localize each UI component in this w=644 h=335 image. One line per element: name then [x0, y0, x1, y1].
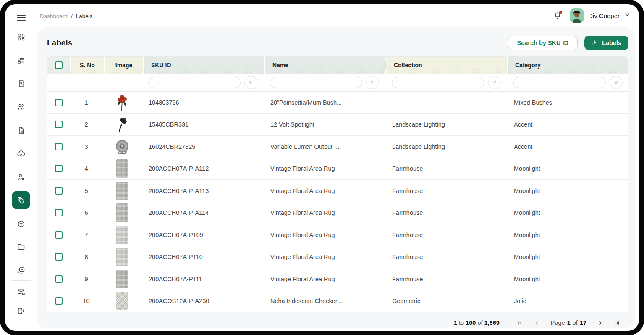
table-row: 5 200ACCH07A-P-A113 Vintage Floral Area … [47, 180, 628, 202]
product-image [115, 93, 129, 112]
table-header: S. No Image SKU ID Name Collection Categ… [47, 57, 628, 74]
category: Accent [506, 114, 628, 136]
breadcrumb-dashboard[interactable]: Dashboard [40, 13, 68, 19]
collection-filter-input[interactable] [392, 77, 484, 88]
file-clock-icon [17, 126, 26, 135]
sku-id: 200ACCH07A-P111 [141, 268, 263, 290]
category-filter-input[interactable] [513, 77, 606, 88]
product-name: Variable Lumen Output I... [263, 136, 385, 158]
sidebar-item-dashboard[interactable] [13, 29, 29, 45]
menu-icon[interactable] [13, 10, 29, 26]
sku-id: 104803796 [141, 92, 263, 113]
collection: Farmhouse [385, 268, 506, 290]
funnel-icon [248, 80, 254, 85]
sidebar-item-documents[interactable] [13, 122, 29, 138]
collection: Farmhouse [385, 158, 506, 180]
serial-number: 9 [70, 268, 103, 290]
column-header-collection[interactable]: Collection [386, 57, 508, 74]
sidebar [5, 4, 37, 331]
download-icon [592, 40, 598, 46]
current-page: 1 [567, 319, 571, 326]
table-row: 3 16024CBR27325 Variable Lumen Output I.… [47, 136, 628, 158]
table-row: 9 200ACCH07A-P111 Vintage Floral Area Ru… [47, 268, 628, 290]
row-checkbox[interactable] [55, 121, 63, 128]
user-menu[interactable]: Div Cooper [570, 8, 631, 23]
product-name: Vintage Floral Area Rug [263, 246, 385, 268]
total-count: 1,669 [484, 319, 500, 326]
serial-number: 2 [70, 114, 103, 136]
product-name: Vintage Floral Area Rug [263, 224, 385, 246]
sidebar-item-billing[interactable] [13, 76, 29, 92]
row-checkbox[interactable] [55, 231, 63, 239]
header-actions: Search by SKU ID Labels [508, 36, 628, 50]
category: Jolie [506, 290, 628, 312]
row-checkbox[interactable] [55, 165, 63, 172]
chevron-down-icon[interactable] [624, 11, 631, 20]
column-header-image[interactable]: Image [105, 57, 144, 74]
select-all-checkbox[interactable] [55, 61, 63, 69]
sku-id: 200ACCH07A-P-A113 [141, 180, 263, 202]
sidebar-item-labels[interactable] [12, 191, 30, 209]
notification-dot [559, 11, 562, 14]
next-page-button[interactable] [596, 319, 604, 327]
category: Moonlight [506, 268, 628, 290]
sidebar-item-users[interactable] [13, 99, 29, 115]
product-image [116, 159, 128, 178]
first-page-button[interactable] [516, 319, 524, 327]
download-labels-button[interactable]: Labels [584, 36, 628, 50]
sidebar-item-mail-settings[interactable] [13, 284, 29, 300]
sidebar-item-upload[interactable] [13, 145, 29, 161]
product-image [116, 116, 128, 132]
pagination-controls: Page 1 of 17 [516, 319, 621, 327]
previous-page-button[interactable] [534, 319, 541, 327]
product-image [116, 292, 128, 310]
select-all-cell [47, 57, 71, 74]
sidebar-item-list-details[interactable] [13, 53, 29, 69]
column-header-category[interactable]: Category [508, 57, 628, 74]
chevron-left-icon [534, 320, 540, 326]
card-header: Labels Search by SKU ID Labels [37, 27, 635, 56]
collection: Farmhouse [385, 180, 506, 202]
sidebar-item-logout[interactable] [13, 303, 29, 319]
row-checkbox[interactable] [55, 209, 63, 216]
sidebar-item-user-settings[interactable] [13, 169, 29, 185]
column-header-sno[interactable]: S. No [71, 57, 105, 74]
category: Mixed Bushes [506, 92, 628, 113]
row-checkbox[interactable] [55, 253, 63, 261]
sidebar-item-media[interactable] [13, 262, 29, 278]
search-by-sku-button[interactable]: Search by SKU ID [508, 36, 578, 50]
row-checkbox[interactable] [55, 99, 63, 106]
column-header-sku[interactable]: SKU ID [144, 57, 265, 74]
logout-icon [17, 306, 26, 315]
row-checkbox[interactable] [55, 187, 63, 195]
collection: Landscape Lighting [385, 136, 506, 158]
sidebar-item-products[interactable] [13, 216, 29, 232]
column-header-name[interactable]: Name [265, 57, 386, 74]
row-checkbox[interactable] [55, 275, 63, 283]
product-image [114, 138, 131, 155]
product-image [116, 226, 128, 244]
name-filter-button[interactable] [366, 76, 379, 89]
product-name: 12 Volt Spotlight [263, 114, 385, 136]
name-filter-input[interactable] [270, 77, 362, 88]
table-row: 6 200ACCH07A-P-A114 Vintage Floral Area … [47, 202, 628, 224]
collection-filter-button[interactable] [488, 76, 501, 89]
category: Accent [506, 136, 628, 158]
sidebar-item-folders[interactable] [13, 239, 29, 255]
row-checkbox[interactable] [55, 297, 63, 305]
breadcrumb-separator: / [71, 13, 73, 19]
notifications-button[interactable] [552, 10, 563, 21]
product-name: Vintage Floral Area Rug [263, 268, 385, 290]
collection: Landscape Lighting [385, 114, 506, 136]
product-name: 20”Poinsettia/Mum Bush... [263, 92, 385, 113]
cloud-upload-icon [17, 149, 26, 158]
serial-number: 1 [70, 92, 103, 113]
dashboard-icon [17, 33, 26, 42]
sku-filter-button[interactable] [244, 76, 257, 89]
total-pages: 17 [580, 319, 586, 326]
last-page-button[interactable] [613, 319, 621, 327]
sidebar-divider [11, 280, 31, 281]
category-filter-button[interactable] [610, 76, 623, 89]
sku-filter-input[interactable] [148, 77, 241, 88]
row-checkbox[interactable] [55, 143, 63, 150]
